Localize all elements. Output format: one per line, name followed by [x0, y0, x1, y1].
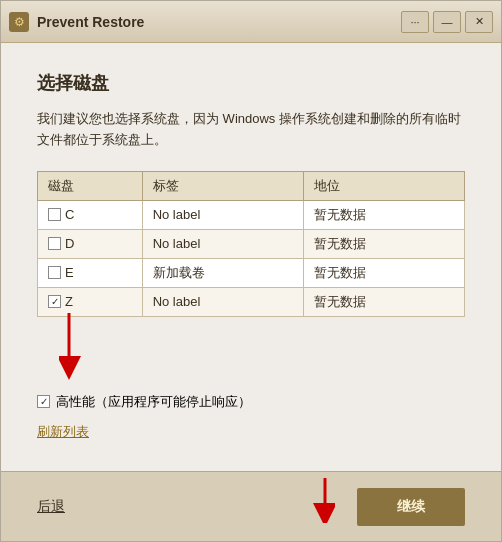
continue-button[interactable]: 继续 [357, 488, 465, 526]
disk-cell: C [38, 200, 143, 229]
minimize-button[interactable]: — [433, 11, 461, 33]
label-cell: 新加载卷 [142, 258, 303, 287]
disk-checkbox-z[interactable]: ✓ [48, 295, 61, 308]
app-window: ⚙ Prevent Restore ··· — ✕ 选择磁盘 我们建议您也选择系… [0, 0, 502, 542]
disk-checkbox-e[interactable] [48, 266, 61, 279]
disk-cell: D [38, 229, 143, 258]
close-button[interactable]: ✕ [465, 11, 493, 33]
col-header-label: 标签 [142, 171, 303, 200]
title-bar: ⚙ Prevent Restore ··· — ✕ [1, 1, 501, 43]
status-cell: 暂无数据 [303, 200, 464, 229]
app-icon: ⚙ [9, 12, 29, 32]
label-cell: No label [142, 200, 303, 229]
back-button[interactable]: 后退 [37, 498, 65, 516]
disk-checkbox-d[interactable] [48, 237, 61, 250]
maximize-button[interactable]: ··· [401, 11, 429, 33]
disk-cell: E [38, 258, 143, 287]
status-cell: 暂无数据 [303, 287, 464, 316]
status-cell: 暂无数据 [303, 258, 464, 287]
col-header-status: 地位 [303, 171, 464, 200]
section-title: 选择磁盘 [37, 71, 465, 95]
label-cell: No label [142, 229, 303, 258]
description-text: 我们建议您也选择系统盘，因为 Windows 操作系统创建和删除的所有临时文件都… [37, 109, 465, 151]
table-row: CNo label暂无数据 [38, 200, 465, 229]
refresh-link[interactable]: 刷新列表 [37, 423, 465, 441]
window-controls: ··· — ✕ [401, 11, 493, 33]
main-content: 选择磁盘 我们建议您也选择系统盘，因为 Windows 操作系统创建和删除的所有… [1, 43, 501, 471]
col-header-disk: 磁盘 [38, 171, 143, 200]
high-performance-label: 高性能（应用程序可能停止响应） [56, 393, 251, 411]
disk-letter: E [65, 265, 74, 280]
table-row: DNo label暂无数据 [38, 229, 465, 258]
table-row: E新加载卷暂无数据 [38, 258, 465, 287]
label-cell: No label [142, 287, 303, 316]
disk-table: 磁盘 标签 地位 CNo label暂无数据DNo label暂无数据E新加载卷… [37, 171, 465, 317]
status-cell: 暂无数据 [303, 229, 464, 258]
window-title: Prevent Restore [37, 14, 401, 30]
disk-table-wrapper: 磁盘 标签 地位 CNo label暂无数据DNo label暂无数据E新加载卷… [37, 171, 465, 333]
high-performance-checkbox[interactable]: ✓ [37, 395, 50, 408]
disk-letter: D [65, 236, 74, 251]
bottom-bar: 后退 继续 [1, 471, 501, 541]
disk-checkbox-c[interactable] [48, 208, 61, 221]
high-performance-row: ✓ 高性能（应用程序可能停止响应） [37, 393, 465, 411]
arrow-indicator [59, 308, 139, 388]
continue-arrow-indicator [265, 473, 335, 523]
disk-letter: C [65, 207, 74, 222]
